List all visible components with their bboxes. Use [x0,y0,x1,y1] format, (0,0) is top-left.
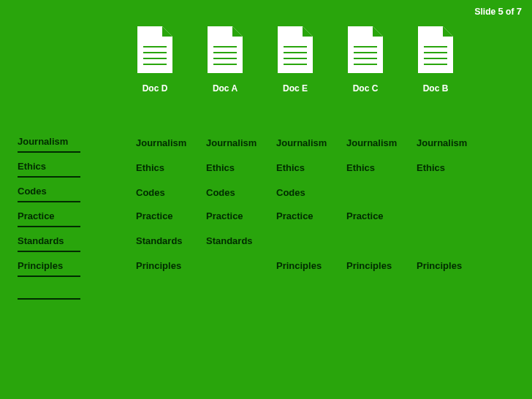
master-item-standards: Standards [18,235,80,252]
svg-marker-7 [232,26,243,37]
cell: Codes [206,187,272,198]
cell: Ethics [417,162,482,173]
cell: Journalism [417,137,482,148]
slide-counter-total: 7 [517,6,522,17]
cell: Codes [136,187,202,198]
cell: Ethics [206,162,272,173]
master-item-codes: Codes [18,186,80,202]
cell: Ethics [136,162,202,173]
master-end-rule [18,298,80,300]
doc-label-2: Doc E [266,83,324,94]
cell: Practice [136,210,202,221]
svg-marker-19 [373,26,383,37]
svg-marker-13 [303,26,313,37]
doc-col-3: Doc C [336,26,395,94]
document-icon [137,26,172,73]
doc-label-3: Doc C [336,83,395,94]
slide-counter-prefix: Slide [475,7,498,17]
doc-col-0: Doc D [126,26,184,94]
doc-label-4: Doc B [406,83,465,94]
cell: Principles [276,260,342,271]
cell: Principles [346,260,412,271]
master-item-ethics: Ethics [18,161,80,178]
master-item-journalism: Journalism [18,136,80,153]
slide-counter-sep: of [503,7,517,17]
cell: Ethics [346,162,412,173]
doc-col-4: Doc B [406,26,465,94]
master-item-practice: Practice [18,210,80,227]
cell: Practice [346,210,412,221]
slide-counter: Slide 5 of 7 [475,6,522,17]
cell: Standards [136,235,202,246]
doc-label-0: Doc D [126,83,184,94]
slide-counter-current: 5 [498,6,503,17]
cell: Practice [206,210,272,221]
doc-col-1: Doc A [196,26,254,94]
cell: Codes [276,187,342,198]
cell: Principles [136,260,202,271]
cell: Practice [276,210,342,221]
cell: Standards [206,235,272,246]
document-icon [418,26,453,73]
cell: Journalism [206,137,272,148]
cell: Journalism [136,137,202,148]
doc-col-2: Doc E [266,26,324,94]
document-icon [208,26,243,73]
cell: Principles [417,260,482,271]
cell: Journalism [276,137,342,148]
document-icon [278,26,313,73]
master-item-principles: Principles [18,260,80,277]
slide: Slide 5 of 7 Doc D Doc A [0,0,532,399]
svg-marker-1 [162,26,172,37]
cell: Ethics [276,162,342,173]
cell: Journalism [346,137,412,148]
svg-marker-25 [443,26,453,37]
document-icon [348,26,383,73]
doc-label-1: Doc A [196,83,254,94]
